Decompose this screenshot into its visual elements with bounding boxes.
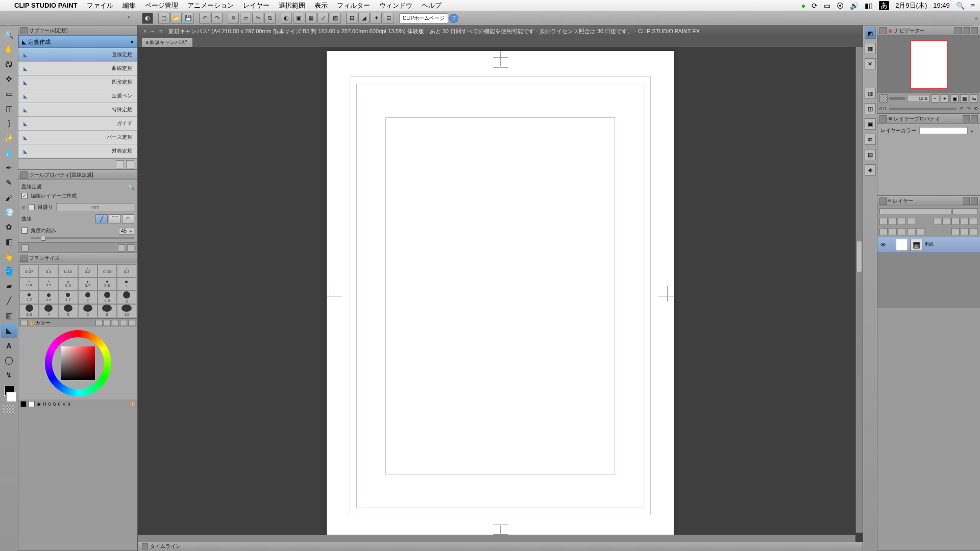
combine-button[interactable] [916,228,924,235]
brush-size[interactable]: 0.25 [97,264,117,278]
layer-tab1[interactable] [963,197,970,205]
open-button[interactable]: 📂 [170,13,182,24]
visibility-toggle[interactable]: 👁 [879,241,887,248]
color-header[interactable]: 🎨 カラー [18,319,137,327]
menu-filter[interactable]: フィルター [337,1,370,10]
brush-size[interactable]: 0.6 [58,278,78,291]
subtool-figure-ruler[interactable]: ◣図形定規 [18,76,137,89]
brush-size[interactable]: 6 [78,304,97,317]
lp-tab1[interactable] [963,115,970,122]
close-button[interactable]: × [142,28,148,34]
menubar-time[interactable]: 19:49 [933,2,950,9]
color-tab1[interactable] [95,320,103,326]
tool-magnify[interactable]: 🔍 [1,28,17,42]
curve-arc-button[interactable]: ◠ [122,214,134,223]
merge-button[interactable] [907,228,915,235]
brush-size[interactable]: 3.5 [19,304,39,317]
tool-gradient[interactable]: ▰ [1,279,17,293]
horizontal-scrollbar[interactable] [138,535,855,542]
navigator-header[interactable]: ◉ ナビゲーター [877,26,980,36]
tool-figure[interactable]: ╱ [1,294,17,308]
color-tab2[interactable] [104,320,111,326]
zoom-out-button[interactable]: − [931,94,939,103]
panel-menu-icon[interactable] [879,27,887,34]
tool-frame[interactable]: ▥ [1,309,17,323]
curve-straight-button[interactable]: ╱ [95,214,108,223]
dock-tab-8[interactable]: ▤ [865,149,876,160]
brush-size[interactable]: 0.2 [78,264,97,278]
nav-tab3[interactable] [971,27,978,34]
brush-header[interactable]: ブラシサイズ [18,253,137,263]
tool-decoration[interactable]: ✿ [1,220,17,234]
volume-icon[interactable]: 🔊 [850,2,859,10]
flip-button[interactable]: ⇋ [970,94,978,103]
panel-menu-icon[interactable] [20,27,28,34]
nav-tab1[interactable] [954,27,962,34]
subtool-header[interactable]: サブツール[定規] [18,26,137,36]
layerprop-header[interactable]: ≋ レイヤープロパティ [877,114,980,124]
tool-brush[interactable]: 🖌 [1,190,17,205]
fit-button[interactable]: ▣ [950,94,959,103]
subtool-ruler-pen[interactable]: ◣定規ペン [18,89,137,103]
rotate-right-button[interactable]: ↷ [967,106,971,111]
tool-operation[interactable]: ▭ [1,87,17,101]
menu-view[interactable]: 表示 [314,1,328,10]
brush-size[interactable]: 0.15 [58,264,78,278]
snap-button[interactable]: ⊞ [346,13,357,24]
new-folder-button[interactable] [889,228,897,235]
rotation-slider[interactable] [889,108,957,110]
brush-size[interactable]: 2 [78,291,97,304]
display-icon[interactable]: ▭ [824,2,830,10]
ruler-snap-button[interactable]: ◢ [358,13,370,24]
lp-tab2[interactable] [971,115,978,122]
delete-layer-button[interactable] [970,228,978,235]
subtool-copy-button[interactable] [116,160,124,168]
layer-lock3[interactable] [898,218,906,225]
tool-fill[interactable]: 🪣 [1,264,17,279]
brush-size[interactable]: 1.2 [19,291,39,304]
dock-tab-1[interactable]: ◩ [865,28,876,39]
tool-wand[interactable]: ✨ [1,131,17,145]
document-tab[interactable]: 新規キャンバス* [142,38,192,47]
tool-move[interactable]: ✥ [1,72,17,86]
menu-icon[interactable]: ≡ [971,2,975,10]
dock-tab-5[interactable]: ◫ [865,103,876,114]
dock-tab-2[interactable]: ▦ [865,43,876,54]
panel-menu-icon[interactable] [20,255,28,262]
brush-size[interactable]: 0.7 [78,278,97,291]
curve-spline-button[interactable]: ⁀ [109,214,121,223]
new-layer-button[interactable] [879,228,888,235]
expand-icon[interactable]: ⊞ [21,205,26,210]
angle-check[interactable] [21,228,28,234]
special-snap-button[interactable]: ✦ [371,13,382,24]
tool-hand[interactable]: ✋ [1,42,17,57]
layer-lock1[interactable] [879,218,888,225]
color-tab4[interactable] [120,320,127,326]
tool-blend[interactable]: 👆 [1,249,17,264]
subtool-group-selector[interactable]: ◣ 定規作成 ▾ [18,36,137,48]
brush-size[interactable]: 10 [117,304,136,317]
tool-correct[interactable]: ↯ [1,368,17,382]
scale-button[interactable]: ⤢ [317,13,329,24]
zoom-value[interactable]: 13.5 [907,95,929,102]
new-button[interactable]: ▢ [158,13,169,24]
redo-button[interactable]: ↷ [211,13,223,24]
menu-page[interactable]: ページ管理 [145,1,178,10]
transparent-color[interactable] [3,405,15,414]
dock-tab-4[interactable]: ▥ [865,88,876,99]
brush-size[interactable]: 8 [97,304,117,317]
tool-balloon[interactable]: ◯ [1,353,17,367]
color-swatches[interactable] [0,386,18,414]
brush-size[interactable]: 0.07 [19,264,39,278]
angle-slider[interactable] [41,236,46,241]
ime-indicator[interactable]: あ [879,1,889,10]
tool-eyedropper[interactable]: 💧 [1,146,17,160]
brush-size[interactable]: 3 [117,291,136,304]
layer-mask2[interactable] [942,218,950,225]
brush-size[interactable]: 4 [39,304,58,317]
zoom-100-button[interactable]: ▦ [960,94,968,103]
layer-clip[interactable] [970,218,978,225]
menu-file[interactable]: ファイル [87,1,113,10]
opacity-slider[interactable] [952,208,978,214]
brush-size[interactable]: 0.1 [39,264,58,278]
